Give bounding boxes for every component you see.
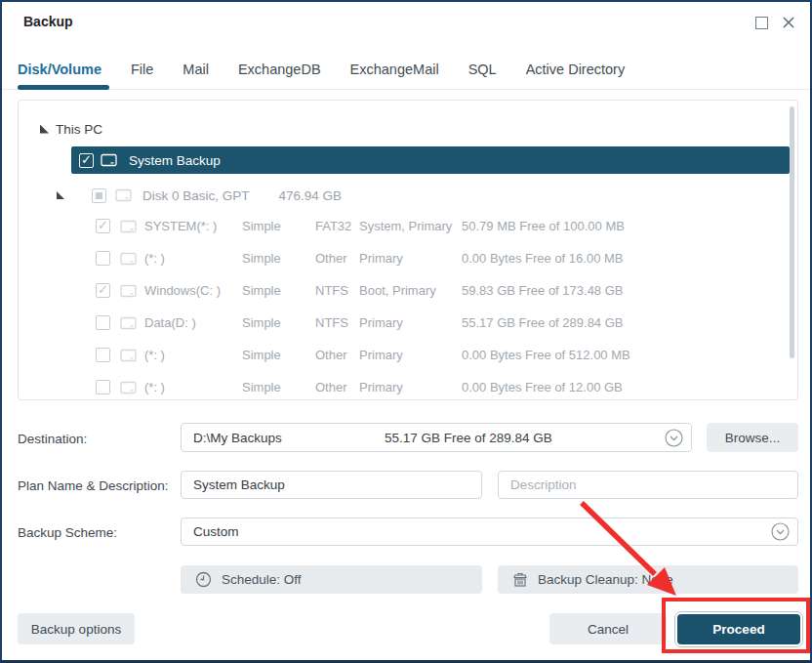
volume-row[interactable]: Data(D: ) Simple NTFS Primary 55.17 GB F… [19,307,797,339]
volume-layout: Simple [242,380,315,394]
tree-node-label: This PC [56,122,102,137]
backup-dialog: Backup Disk/Volume File Mail ExchangeDB … [0,0,812,663]
close-button[interactable] [779,13,798,32]
browse-button[interactable]: Browse... [707,423,798,452]
disk-icon [101,153,117,167]
volume-free: 59.83 GB Free of 173.48 GB [462,283,797,298]
volume-name: (*: ) [144,380,242,394]
checkbox[interactable] [96,315,110,330]
backup-cleanup-button[interactable]: Backup Cleanup: None [498,565,798,594]
description-input[interactable] [498,471,798,499]
trash-icon [512,571,528,588]
volume-flags: Primary [359,315,462,330]
checkbox[interactable] [92,188,106,203]
proceed-button[interactable]: Proceed [677,614,800,644]
schedule-button[interactable]: Schedule: Off [181,565,482,594]
tab-exchangemail[interactable]: ExchangeMail [350,62,439,77]
volume-flags: Primary [359,251,462,266]
destination-free-space: 55.17 GB Free of 289.84 GB [385,431,552,445]
volume-flags: Boot, Primary [359,283,462,298]
backup-cleanup-label: Backup Cleanup: None [538,572,673,587]
volume-icon [120,381,137,394]
plan-name-input[interactable] [181,471,482,499]
maximize-button[interactable] [751,13,771,32]
chevron-down-icon[interactable] [665,429,683,447]
maximize-icon [755,17,768,29]
plan-name-label: Plan Name & Description: [18,478,169,493]
tree-node-label: Disk 0 Basic, GPT [142,188,250,203]
volume-free: 0.00 Bytes Free of 16.00 MB [462,251,797,266]
volume-fs: Other [315,251,359,266]
backup-scheme-value: Custom [193,524,239,539]
volume-list: SYSTEM(*: ) Simple FAT32 System, Primary… [19,210,797,400]
volume-row[interactable]: (*: ) Simple Other Primary 0.00 Bytes Fr… [19,242,797,274]
destination-path: D:\My Backups [193,431,282,445]
volume-fs: FAT32 [315,219,359,233]
disk-icon [115,188,132,202]
chevron-down-icon[interactable] [771,522,790,541]
tree-scrollbar[interactable] [790,106,794,358]
volume-flags: Primary [359,348,462,362]
volume-row[interactable]: (*: ) Simple Other Primary 0.00 Bytes Fr… [19,339,797,371]
checkbox[interactable] [96,251,110,266]
title-bar: Backup [2,2,810,43]
volume-name: (*: ) [144,348,242,362]
volume-row[interactable]: Windows(C: ) Simple NTFS Boot, Primary 5… [19,274,797,307]
volume-free: 55.17 GB Free of 289.84 GB [462,315,797,330]
volume-icon [120,349,137,362]
volume-name: SYSTEM(*: ) [144,219,242,233]
tree-node-label: System Backup [129,153,221,168]
tab-exchangedb[interactable]: ExchangeDB [238,62,321,77]
volume-layout: Simple [242,283,315,298]
volume-name: (*: ) [144,251,242,266]
volume-row[interactable]: SYSTEM(*: ) Simple FAT32 System, Primary… [19,210,797,242]
destination-field[interactable]: D:\My Backups 55.17 GB Free of 289.84 GB [181,423,692,452]
volume-name: Data(D: ) [144,315,242,330]
checkbox[interactable] [96,348,110,362]
tree-node-system-backup[interactable]: System Backup [71,146,790,174]
tab-bar: Disk/Volume File Mail ExchangeDB Exchang… [2,49,810,90]
expander-icon[interactable] [40,125,49,134]
volume-icon [120,284,137,298]
tab-disk-volume[interactable]: Disk/Volume [18,62,102,77]
tab-mail[interactable]: Mail [183,62,209,77]
checkbox[interactable] [79,153,94,168]
close-icon [782,16,795,29]
destination-label: Destination: [18,432,87,446]
cancel-button[interactable]: Cancel [549,613,667,644]
volume-flags: Primary [359,380,462,394]
volume-flags: System, Primary [359,219,462,233]
tab-file[interactable]: File [131,62,153,77]
backup-scheme-select[interactable]: Custom [181,518,798,546]
checkbox[interactable] [96,283,110,298]
backup-options-button[interactable]: Backup options [18,613,135,644]
volume-free: 50.79 MB Free of 100.00 MB [462,219,797,233]
expander-icon[interactable] [57,191,64,199]
volume-free: 0.00 Bytes Free of 512.00 MB [462,348,797,362]
volume-free: 0.00 Bytes Free of 12.00 GB [462,380,797,394]
tree-node-this-pc[interactable]: This PC [40,114,102,144]
tree-node-disk0[interactable]: Disk 0 Basic, GPT 476.94 GB [57,181,342,210]
volume-fs: Other [315,348,359,362]
disk-size: 476.94 GB [279,188,343,203]
volume-icon [120,220,137,233]
tab-sql[interactable]: SQL [468,62,497,77]
volume-layout: Simple [242,219,315,233]
volume-layout: Simple [242,315,315,330]
clock-icon [195,571,212,588]
volume-layout: Simple [242,348,315,362]
active-tab-underline [18,85,109,90]
volume-layout: Simple [242,251,315,266]
volume-fs: NTFS [315,283,359,298]
volume-icon [120,316,137,330]
checkbox[interactable] [96,219,110,233]
volume-fs: Other [315,380,359,394]
tab-active-directory[interactable]: Active Directory [526,62,626,77]
volume-fs: NTFS [315,315,359,330]
checkbox[interactable] [96,380,110,394]
dialog-title: Backup [23,14,73,29]
volume-row[interactable]: (*: ) Simple Other Primary 0.00 Bytes Fr… [19,371,797,400]
volume-name: Windows(C: ) [144,283,242,298]
backup-scheme-label: Backup Scheme: [18,525,117,540]
schedule-label: Schedule: Off [222,572,302,587]
